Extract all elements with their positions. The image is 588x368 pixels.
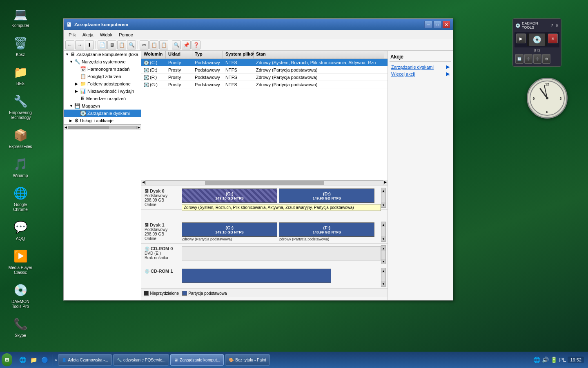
cdrom-1-partition[interactable] bbox=[182, 269, 331, 283]
start-button[interactable]: ⊞ bbox=[2, 353, 12, 366]
tray-sound-icon[interactable]: 🔊 bbox=[542, 357, 549, 363]
maximize-button[interactable]: □ bbox=[433, 21, 441, 28]
daemon-settings-btn[interactable]: ⚙ bbox=[542, 54, 550, 64]
tree-tools[interactable]: ▼ 🔧 Narzędzia systemowe bbox=[64, 58, 141, 65]
scroll-down[interactable]: ▼ bbox=[381, 202, 385, 207]
desktop-icon-aqq[interactable]: 💬 AQQ bbox=[6, 217, 35, 243]
desktop-icon-komputer[interactable]: 💻 Komputer bbox=[6, 4, 35, 30]
tray-power-icon[interactable]: 🔋 bbox=[550, 357, 557, 363]
toolbar-back-btn[interactable]: ← bbox=[65, 40, 74, 49]
close-button[interactable]: ✕ bbox=[442, 21, 450, 28]
scroll-down[interactable]: ▼ bbox=[381, 281, 385, 286]
tree-device-manager[interactable]: 🖥 Menedżer urządzeń bbox=[64, 95, 141, 102]
hscroll-track[interactable] bbox=[145, 180, 383, 185]
toolbar-monitor-btn[interactable]: 🖥 bbox=[107, 40, 116, 49]
scroll-up[interactable]: ▲ bbox=[381, 246, 385, 251]
tree-root[interactable]: ▼ 🖥 Zarządzanie komputerem (loka bbox=[64, 51, 141, 58]
daemon-prev-btn[interactable]: ▶ bbox=[516, 34, 526, 43]
table-header: Wolumin Układ Typ System plików Stan bbox=[141, 51, 388, 59]
disk-0-part-d[interactable]: (D:) 149,98 GB NTFS bbox=[279, 188, 374, 203]
table-row[interactable]: 💽 (C:) Prosty Podstawowy NTFS Zdrowy (Sy… bbox=[141, 59, 388, 66]
toolbar-doc-btn[interactable]: 📄 bbox=[98, 40, 107, 49]
toolbar-forward-btn[interactable]: → bbox=[75, 40, 84, 49]
disk-1-part-f[interactable]: (F:) 148,99 GB NTFS Zdrowy (Partycja pod… bbox=[279, 222, 374, 241]
taskbar-item-paint[interactable]: 🎨 Bez tytułu - Paint bbox=[225, 354, 270, 366]
more-arrow[interactable]: » bbox=[55, 358, 57, 362]
table-row[interactable]: 💽 (D:) Prosty Podstawowy NTFS Zdrowy (Pa… bbox=[141, 66, 388, 74]
minimize-button[interactable]: ─ bbox=[424, 21, 432, 28]
action-disk-mgmt[interactable]: Zarządzanie dyskami ▶ bbox=[390, 63, 451, 70]
toolbar-find-btn[interactable]: 🔍 bbox=[172, 40, 181, 49]
taskbar: ⊞ 🌐 📁 🔵 » 👤 Arleta Czarnowska -... 🔧 odz… bbox=[0, 352, 588, 368]
tree-scheduler[interactable]: 📅 Harmonogram zadań bbox=[64, 65, 141, 73]
scroll-up[interactable]: ▲ bbox=[381, 222, 385, 227]
col-header-type[interactable]: Typ bbox=[192, 51, 223, 58]
toolbar-search-btn[interactable]: 🔍 bbox=[127, 40, 136, 49]
daemon-close-btn[interactable]: ✕ bbox=[555, 23, 559, 28]
daemon-add-btn[interactable]: ➕ bbox=[524, 54, 532, 64]
toolbar-paste-btn[interactable]: 📋 bbox=[159, 40, 168, 49]
desktop-icon-winamp[interactable]: 🎵 Winamp bbox=[6, 154, 35, 180]
tree-services[interactable]: ▶ ⚙ Usługi i aplikacje bbox=[64, 117, 141, 124]
taskbar-item-zarzadzanie[interactable]: 🖥 Zarządzanie komput... bbox=[170, 354, 224, 366]
table-row[interactable]: 💽 (F:) Prosty Podstawowy NTFS Zdrowy (Pa… bbox=[141, 74, 388, 81]
action-more[interactable]: Więcej akcji ▶ bbox=[390, 70, 451, 77]
disk-scroll-1[interactable]: ▲ ▼ bbox=[381, 222, 386, 242]
menu-plik[interactable]: Plik bbox=[65, 31, 79, 38]
toolbar-copy-btn[interactable]: 📋 bbox=[149, 40, 158, 49]
ql-ie-btn[interactable]: 🌐 bbox=[18, 355, 27, 365]
daemon-x-btn[interactable]: ✕ bbox=[548, 34, 558, 43]
col-header-layout[interactable]: Układ bbox=[166, 51, 192, 58]
tree-shared[interactable]: ▶ 📁 Foldery udostępnione bbox=[64, 80, 141, 88]
col-header-fs[interactable]: System plików bbox=[223, 51, 254, 58]
tree-reliability[interactable]: ▶ 📊 Niezawodność i wydajn bbox=[64, 88, 141, 95]
table-hscroll[interactable]: ◀ ▶ bbox=[141, 180, 388, 186]
disk-visualization: 🖫 Dysk 0 Podstawowy 298,09 GB Online bbox=[141, 186, 388, 300]
tree-disk-mgmt[interactable]: 💽 Zarządzanie dyskami bbox=[64, 110, 141, 117]
disk-0-part-c[interactable]: (C:) 149,10 GB NTFS bbox=[182, 188, 277, 203]
toolbar-pin-btn[interactable]: 📌 bbox=[182, 40, 191, 49]
desktop-icon-expressfiles[interactable]: 📦 ExpressFiles bbox=[6, 125, 35, 151]
table-row[interactable]: 💽 (G:) Prosty Podstawowy NTFS Zdrowy (Pa… bbox=[141, 81, 388, 88]
cell-type-f: Podstawowy bbox=[192, 74, 223, 80]
disk-scroll-cdrom0[interactable]: ▲ ▼ bbox=[381, 245, 386, 264]
toolbar-list-btn[interactable]: 📋 bbox=[117, 40, 126, 49]
left-panel-scrollbar[interactable]: ◀ ▶ bbox=[64, 124, 141, 130]
scroll-up[interactable]: ▲ bbox=[381, 188, 385, 193]
menu-akcja[interactable]: Akcja bbox=[79, 31, 97, 38]
desktop-icon-kosz[interactable]: 🗑️ Kosz bbox=[6, 33, 35, 59]
disk-1-part-g[interactable]: (G:) 149,10 GB NTFS Zdrowy (Partycja pod… bbox=[182, 222, 277, 241]
desktop-icon-skype[interactable]: 📞 Skype bbox=[6, 314, 35, 340]
desktop-icon-chrome[interactable]: 🌐 Google Chrome bbox=[6, 183, 35, 214]
scroll-down[interactable]: ▼ bbox=[381, 236, 385, 241]
daemon-eject-btn[interactable]: 🔄 bbox=[515, 54, 523, 64]
scroll-up[interactable]: ▲ bbox=[381, 268, 385, 273]
desktop-icon-daemon[interactable]: 💿 DAEMON Tools Pro bbox=[6, 280, 35, 311]
col-header-status[interactable]: Stan bbox=[254, 51, 384, 58]
taskbar-item-odzyskanie[interactable]: 🔧 odzyskanie PQServic... bbox=[113, 354, 169, 366]
tools-icon: 🔧 bbox=[74, 59, 80, 65]
taskbar-item-arleta[interactable]: 👤 Arleta Czarnowska -... bbox=[58, 354, 112, 366]
desktop-icon-mpc[interactable]: ▶️ Media Player Classic bbox=[6, 246, 35, 277]
tray-network-icon[interactable]: 🌐 bbox=[533, 357, 540, 363]
desktop-icon-bes[interactable]: 📁 BES bbox=[6, 62, 35, 88]
menu-widok[interactable]: Widok bbox=[97, 31, 116, 38]
menu-pomoc[interactable]: Pomoc bbox=[116, 31, 136, 38]
toolbar-up-btn[interactable]: ⬆ bbox=[85, 40, 94, 49]
col-header-volume[interactable]: Wolumin bbox=[141, 51, 166, 58]
disk-scroll-cdrom1[interactable]: ▲ ▼ bbox=[381, 268, 386, 287]
ql-explorer-btn[interactable]: 📁 bbox=[29, 355, 38, 365]
taskbar-clock[interactable]: 16:52 bbox=[568, 357, 584, 363]
tree-storage[interactable]: ▼ 💾 Magazyn bbox=[64, 102, 141, 110]
tree-events[interactable]: 📋 Podgląd zdarzeń bbox=[64, 73, 141, 80]
daemon-help-btn[interactable]: ? bbox=[550, 23, 553, 28]
cell-layout-g: Prosty bbox=[166, 82, 192, 88]
daemon-plus-btn[interactable]: ➕ bbox=[533, 54, 541, 64]
scroll-down[interactable]: ▼ bbox=[381, 259, 385, 264]
ql-ie2-btn[interactable]: 🔵 bbox=[40, 355, 49, 365]
desktop-icon-empowering[interactable]: 🔧 Empowering Technology bbox=[6, 91, 35, 122]
toolbar-cut-btn[interactable]: ✂ bbox=[140, 40, 149, 49]
toolbar-help-btn[interactable]: ❓ bbox=[192, 40, 200, 49]
disk-scroll-0[interactable]: ▲ ▼ bbox=[381, 188, 386, 208]
tray-lang-icon[interactable]: PL bbox=[559, 357, 566, 363]
